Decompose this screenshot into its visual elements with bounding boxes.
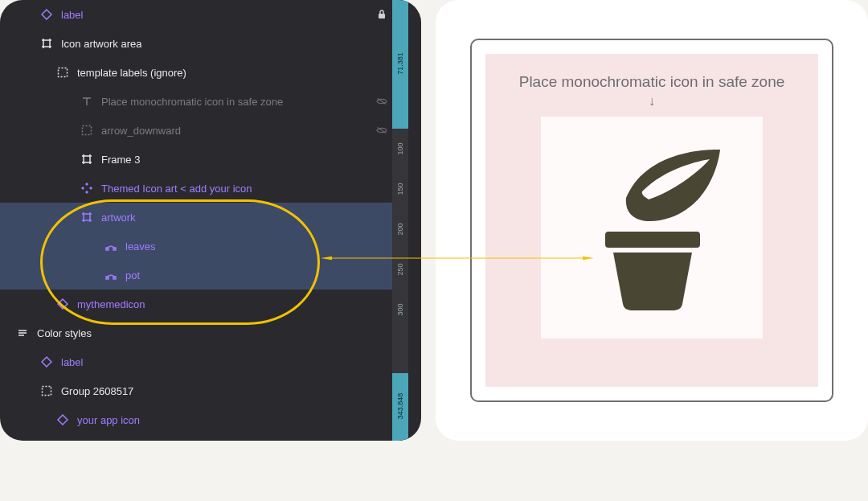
layer-row-themed-icon[interactable]: Themed Icon art < add your icon xyxy=(0,174,392,203)
hidden-eye-icon xyxy=(376,125,387,136)
artwork-box xyxy=(541,117,763,339)
layer-label: your app icon xyxy=(77,414,140,426)
svg-rect-8 xyxy=(605,232,700,248)
text-icon xyxy=(80,95,93,108)
diamond-icon xyxy=(56,413,69,426)
plant-icon xyxy=(571,142,732,314)
ruler-tick: 150 xyxy=(396,183,404,195)
svg-rect-7 xyxy=(43,387,51,396)
layer-label: Group 2608517 xyxy=(61,385,133,397)
layer-label: Themed Icon art < add your icon xyxy=(101,183,252,195)
layer-row-mythemedicon[interactable]: mythemedicon xyxy=(0,290,392,318)
group-icon xyxy=(56,66,69,79)
canvas-preview: Place monochromatic icon in safe zone ↓ xyxy=(436,0,868,441)
layer-row-your-app-icon[interactable]: your app icon xyxy=(0,405,392,434)
ruler-tick: 250 xyxy=(396,263,404,275)
lock-icon xyxy=(376,9,387,20)
ruler-segment: 71.381 xyxy=(392,0,408,129)
layer-row-group-2608517[interactable]: Group 2608517 xyxy=(0,376,392,405)
list-icon xyxy=(16,326,29,339)
layer-label: arrow_downward xyxy=(101,125,181,137)
layer-label: Frame 3 xyxy=(101,154,140,166)
svg-rect-1 xyxy=(59,68,68,77)
layer-row-icon-area[interactable]: Icon artwork area xyxy=(0,29,392,58)
layer-label: mythemedicon xyxy=(77,298,145,310)
layer-row-cs-label[interactable]: label xyxy=(0,347,392,376)
ruler-tick: 100 xyxy=(396,142,404,154)
diamond-icon xyxy=(40,8,53,21)
frame-icon xyxy=(40,37,53,50)
hint-text: Place monochromatic icon in safe zone xyxy=(519,73,785,91)
layers-panel[interactable]: labelIcon artwork areatemplate labels (i… xyxy=(0,0,421,441)
component-icon xyxy=(80,182,93,195)
layer-row-label-top[interactable]: label xyxy=(0,0,392,29)
ruler-segment: 343.848 xyxy=(392,373,408,441)
frame-icon xyxy=(80,211,93,224)
layer-label: label xyxy=(61,356,83,368)
layer-row-artwork[interactable]: artwork xyxy=(0,203,392,232)
layer-label: leaves xyxy=(125,240,156,253)
ruler-tick: 300 xyxy=(396,303,404,315)
layer-row-leaves[interactable]: leaves xyxy=(0,232,392,261)
ruler: 71.381343.848100150200250300 xyxy=(392,0,408,441)
group-icon xyxy=(40,384,53,397)
svg-rect-2 xyxy=(83,126,92,135)
layer-label: artwork xyxy=(101,211,136,224)
layer-label: Icon artwork area xyxy=(61,38,141,50)
canvas-frame: Place monochromatic icon in safe zone ↓ xyxy=(470,39,833,402)
ruler-segment-label: 343.848 xyxy=(396,393,404,420)
layer-row-color-styles[interactable]: Color styles xyxy=(0,318,392,347)
ruler-tick: 200 xyxy=(396,223,404,235)
layer-row-frame-3[interactable]: Frame 3 xyxy=(0,145,392,174)
layer-label: template labels (ignore) xyxy=(77,67,186,79)
vector-icon xyxy=(104,269,117,281)
safe-zone: Place monochromatic icon in safe zone ↓ xyxy=(485,54,818,387)
vector-icon xyxy=(104,240,117,253)
layer-label: label xyxy=(61,9,83,21)
layer-label: Place monochromatic icon in safe zone xyxy=(101,96,283,108)
diamond-icon xyxy=(40,355,53,368)
layer-row-pot[interactable]: pot xyxy=(0,261,392,290)
layer-label: pot xyxy=(125,269,140,281)
frame-icon xyxy=(80,153,93,166)
arrow-down-icon: ↓ xyxy=(649,94,655,109)
diamond-icon xyxy=(56,298,69,310)
group-icon xyxy=(80,124,93,137)
svg-rect-0 xyxy=(379,14,385,18)
ruler-segment-label: 71.381 xyxy=(396,52,404,75)
layer-label: Color styles xyxy=(37,327,92,339)
hidden-eye-icon xyxy=(376,96,387,107)
layer-row-tmpl-labels[interactable]: template labels (ignore) xyxy=(0,58,392,87)
layer-row-hint-text[interactable]: Place monochromatic icon in safe zone xyxy=(0,87,392,116)
layer-row-arrow-down[interactable]: arrow_downward xyxy=(0,116,392,145)
